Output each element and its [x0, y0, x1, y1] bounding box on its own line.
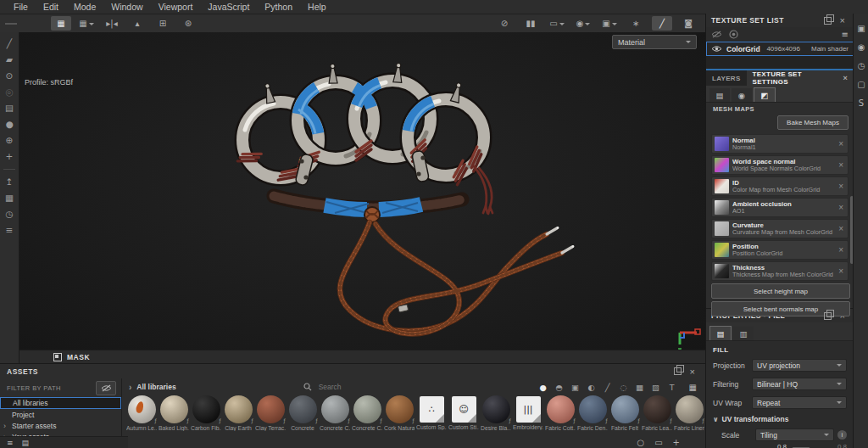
- texture-set-row[interactable]: ColorGrid 4096x4096 Main shader: [706, 42, 854, 56]
- toolbar-button[interactable]: ╱: [652, 16, 672, 31]
- tool-button[interactable]: +: [2, 148, 17, 163]
- asset-type-filter-icon[interactable]: ◌: [619, 383, 629, 392]
- toolbar-button[interactable]: ▴: [127, 16, 147, 31]
- subtab-shader-icon[interactable]: ◉: [732, 88, 752, 102]
- detail-view-icon[interactable]: ▤: [22, 439, 30, 447]
- info-icon[interactable]: i: [837, 430, 847, 440]
- menu-item[interactable]: JavaScript: [201, 0, 256, 14]
- menu-item[interactable]: Edit: [36, 0, 65, 14]
- remove-mesh-map-icon[interactable]: ×: [837, 203, 845, 212]
- asset-item[interactable]: ƒ Fabric Felt: [609, 395, 641, 434]
- toolbar-drag-handle[interactable]: [5, 23, 17, 25]
- menu-item[interactable]: File: [7, 0, 35, 14]
- menu-item[interactable]: Viewport: [152, 0, 200, 14]
- asset-item[interactable]: ƒ Clay Earth: [222, 395, 254, 434]
- dock-panel-icon[interactable]: ◷: [858, 61, 865, 70]
- remove-mesh-map-icon[interactable]: ×: [837, 160, 845, 170]
- hide-filter-button[interactable]: [96, 381, 116, 395]
- asset-item[interactable]: ƒ Concrete C...: [319, 395, 351, 434]
- library-tree-item[interactable]: › Project: [0, 409, 121, 420]
- subtab-mesh-maps-icon[interactable]: ◩: [754, 87, 776, 102]
- list-view-icon[interactable]: ≡: [7, 439, 14, 447]
- tool-button[interactable]: ⊕: [2, 132, 17, 147]
- toolbar-button[interactable]: ⊛: [178, 16, 198, 31]
- panel-button[interactable]: ◷: [2, 206, 17, 221]
- toolbar-button[interactable]: ▦: [51, 16, 71, 31]
- list-options-icon[interactable]: ≡: [842, 30, 849, 39]
- tool-button[interactable]: ◎: [2, 84, 17, 98]
- asset-item[interactable]: ƒ Autumn Le...: [125, 395, 158, 434]
- mesh-map-card[interactable]: Position Position ColorGrid ×: [711, 240, 849, 260]
- menu-item[interactable]: Window: [104, 0, 149, 14]
- mask-checkbox[interactable]: [53, 353, 62, 361]
- panel-button[interactable]: ↥: [2, 174, 17, 188]
- toolbar-button[interactable]: ∗: [626, 16, 646, 31]
- mesh-map-card[interactable]: World space normal World Space Normals C…: [711, 155, 849, 175]
- mesh-map-card[interactable]: Thickness Thickness Map from Mesh ColorG…: [711, 261, 849, 281]
- mesh-map-card[interactable]: Ambient occlusion AO1 ×: [711, 198, 849, 217]
- menu-item[interactable]: Mode: [67, 0, 103, 14]
- asset-item[interactable]: ƒ Clay Terrac...: [254, 395, 287, 434]
- asset-item[interactable]: ƒ Fabric Den...: [576, 395, 609, 434]
- asset-item[interactable]: ∴ Custom Sp...: [415, 395, 448, 434]
- remove-mesh-map-icon[interactable]: ×: [837, 224, 845, 233]
- toolbar-button[interactable]: ▭: [547, 16, 567, 31]
- tool-button[interactable]: ▤: [2, 100, 17, 115]
- menu-item[interactable]: Python: [258, 0, 299, 14]
- asset-item[interactable]: ☺ Custom Sti...: [448, 395, 480, 434]
- close-panel-icon[interactable]: ×: [840, 16, 845, 25]
- popout-panel-icon[interactable]: [674, 367, 682, 375]
- toolbar-button[interactable]: ⊘: [494, 16, 515, 31]
- shading-mode-dropdown[interactable]: Material: [612, 35, 697, 49]
- hide-all-texture-sets-icon[interactable]: [711, 31, 722, 38]
- dock-panel-icon[interactable]: S: [859, 98, 864, 108]
- remove-mesh-map-icon[interactable]: ×: [837, 139, 845, 148]
- asset-item[interactable]: ƒ Concrete C...: [351, 395, 383, 434]
- asset-type-filter-icon[interactable]: ◓: [554, 383, 565, 392]
- popout-panel-icon[interactable]: [824, 17, 832, 25]
- toolbar-button[interactable]: ▮▮: [520, 16, 541, 31]
- remove-mesh-map-icon[interactable]: ×: [837, 245, 845, 255]
- mesh-map-card[interactable]: Curvature Curvature Map from Mesh ColorG…: [711, 219, 849, 238]
- 3d-viewport[interactable]: Profile: sRGBf Material: [19, 32, 705, 350]
- grid-view-icon[interactable]: ▦: [689, 383, 697, 392]
- toolbar-button[interactable]: ▸|◂: [102, 16, 122, 31]
- properties-tab-gradient-icon[interactable]: ▥: [733, 327, 754, 340]
- subtab-settings-icon[interactable]: ▤: [709, 88, 730, 102]
- tool-button[interactable]: ●: [2, 116, 17, 131]
- asset-item[interactable]: ƒ Fabric Linen: [673, 395, 705, 434]
- add-asset-icon[interactable]: +: [673, 438, 680, 447]
- property-dropdown[interactable]: Bilinear | HQ: [752, 378, 847, 390]
- mesh-map-card[interactable]: ID Color Map from Mesh ColorGrid ×: [711, 176, 849, 196]
- breadcrumb[interactable]: › All libraries: [129, 383, 176, 392]
- asset-item[interactable]: ||| Embroidery...: [512, 395, 544, 434]
- asset-type-filter-icon[interactable]: ╱: [603, 383, 613, 392]
- property-dropdown[interactable]: UV projection: [752, 359, 847, 372]
- toolbar-button[interactable]: ◉: [573, 16, 593, 31]
- asset-item[interactable]: ƒ Fabric Lea...: [641, 395, 673, 434]
- library-tree-item[interactable]: › All libraries: [0, 397, 121, 409]
- asset-item[interactable]: ƒ Cork Natural: [383, 395, 415, 434]
- panel-button[interactable]: ▦: [2, 190, 17, 204]
- toolbar-button[interactable]: ▣: [599, 16, 620, 31]
- select-height-map-button[interactable]: Select height map: [711, 283, 850, 299]
- tool-button[interactable]: ⊙: [2, 68, 17, 82]
- close-tab-icon[interactable]: ×: [843, 74, 848, 82]
- dock-panel-icon[interactable]: ◉: [858, 42, 865, 52]
- mesh-map-card[interactable]: Normal Normal1 ×: [711, 134, 849, 154]
- uv-transformations-header[interactable]: ∨ UV transformations: [713, 415, 847, 423]
- dock-panel-icon[interactable]: ▣: [857, 24, 865, 33]
- solo-texture-set-icon[interactable]: [729, 30, 738, 39]
- menu-item[interactable]: Help: [301, 0, 333, 14]
- asset-item[interactable]: ƒ Baked Ligh...: [158, 395, 190, 434]
- panel-button[interactable]: ≡: [2, 222, 17, 237]
- asset-type-filter-icon[interactable]: T: [667, 383, 677, 392]
- visibility-eye-icon[interactable]: [711, 45, 722, 53]
- sync-status-icon[interactable]: ○: [637, 438, 644, 447]
- tool-button[interactable]: ▰: [2, 52, 17, 66]
- open-folder-icon[interactable]: ▭: [654, 438, 662, 447]
- library-tree-item[interactable]: › Starter assets: [0, 420, 121, 431]
- asset-item[interactable]: ƒ Desire Bla...: [480, 395, 512, 434]
- popout-panel-icon[interactable]: [824, 312, 832, 320]
- bake-mesh-maps-button[interactable]: Bake Mesh Maps: [777, 115, 849, 130]
